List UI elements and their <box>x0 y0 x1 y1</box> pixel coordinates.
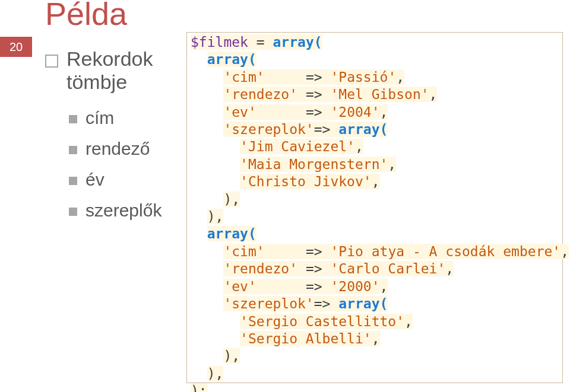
filled-square-bullet-icon <box>69 115 77 123</box>
slide-number-badge: 20 <box>0 37 32 57</box>
code-block: $filmek = array( array( 'cim' => 'Passió… <box>186 32 563 383</box>
code-pre: $filmek = array( array( 'cim' => 'Passió… <box>191 34 559 392</box>
code-value: 'Sergio Castellitto' <box>240 314 404 329</box>
code-value: '2004' <box>330 104 379 120</box>
code-close: ), <box>207 209 224 224</box>
code-value: 'Christo Jivkov' <box>240 174 372 189</box>
bullet-level1: Rekordok tömbje <box>45 47 182 94</box>
code-var: $filmek <box>191 34 248 50</box>
code-key: 'ev' <box>223 104 256 120</box>
code-value: 'Passió' <box>330 69 396 85</box>
code-arrow: => <box>306 279 322 294</box>
code-value: 'Pio atya - A csodák embere' <box>330 244 560 259</box>
code-arrow: => <box>314 296 331 311</box>
bullet-level2: év <box>69 170 182 190</box>
filled-square-bullet-icon <box>69 208 77 216</box>
page-title: Példa <box>45 0 127 32</box>
code-value: 'Sergio Albelli' <box>240 331 372 346</box>
square-bullet-icon <box>45 55 58 68</box>
code-arrow: => <box>306 69 322 85</box>
code-close: ), <box>207 366 224 381</box>
code-keyword: array( <box>338 122 388 137</box>
code-value: 'Mel Gibson' <box>330 87 429 102</box>
code-value: '2000' <box>330 279 379 294</box>
bullet-level2-text: szereplők <box>86 200 162 221</box>
filled-square-bullet-icon <box>69 146 77 154</box>
code-close: ), <box>223 348 240 364</box>
slide: Példa 20 Rekordok tömbje cím rendező év … <box>0 0 570 392</box>
bullet-level2-text: rendező <box>86 139 150 159</box>
code-arrow: => <box>306 87 322 102</box>
bullet-level2-text: év <box>86 170 104 190</box>
code-keyword: array( <box>207 52 256 67</box>
code-key: 'szereplok' <box>223 296 314 311</box>
code-arrow: => <box>314 122 331 137</box>
code-key: 'cim' <box>223 69 264 85</box>
code-arrow: => <box>306 104 322 120</box>
code-arrow: => <box>306 244 322 259</box>
code-close: ), <box>223 192 240 207</box>
bullet-level2-text: cím <box>86 108 114 128</box>
filled-square-bullet-icon <box>69 177 77 185</box>
bullet-level2: szereplők <box>69 200 182 221</box>
code-key: 'rendezo' <box>223 261 297 276</box>
code-value: 'Jim Caviezel' <box>240 139 355 154</box>
code-key: 'cim' <box>223 244 264 259</box>
outline-list: Rekordok tömbje cím rendező év szereplők <box>45 47 182 231</box>
code-key: 'rendezo' <box>223 87 297 102</box>
bullet-level2: rendező <box>69 139 182 159</box>
code-end: ); <box>191 383 207 392</box>
code-value: 'Carlo Carlei' <box>330 261 445 276</box>
code-key: 'ev' <box>223 279 256 294</box>
code-value: 'Maia Morgenstern' <box>240 157 388 172</box>
code-keyword: array( <box>207 226 256 241</box>
code-arrow: => <box>306 261 322 276</box>
bullet-level2: cím <box>69 108 182 128</box>
bullet-level1-text: Rekordok tömbje <box>66 47 182 94</box>
code-key: 'szereplok' <box>223 122 314 137</box>
code-keyword: array( <box>273 34 322 50</box>
code-keyword: array( <box>338 296 388 311</box>
